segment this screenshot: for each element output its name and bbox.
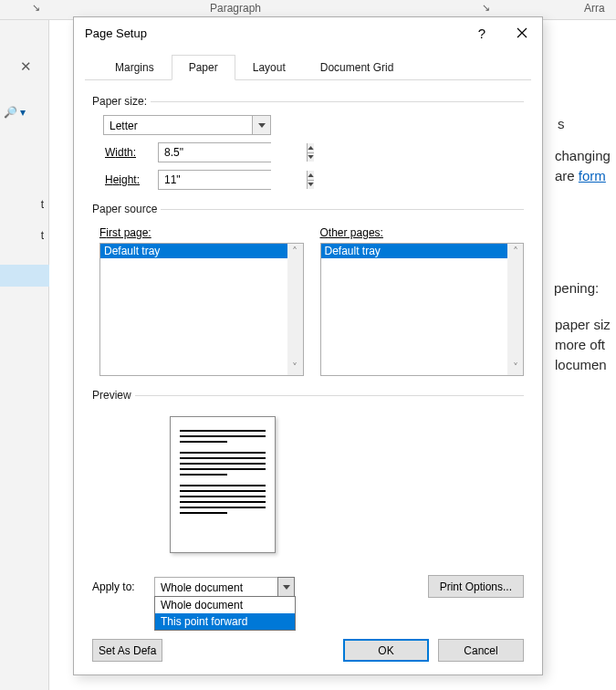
nav-item-2[interactable]: t	[0, 225, 49, 246]
paper-source-label: Paper source	[89, 203, 161, 215]
apply-to-dropdown[interactable]: Whole document This point forward	[154, 596, 296, 631]
group-paper-source: Paper source First page: Default tray ˄ …	[92, 203, 524, 380]
dropdown-option[interactable]: This point forward	[155, 613, 295, 630]
doc-text: changing	[555, 148, 611, 163]
left-pane: ✕ 🔎 ▾ t t	[0, 20, 49, 690]
page-setup-dialog: Page Setup ? Margins Paper Layout Docume…	[73, 16, 543, 675]
tab-paper[interactable]: Paper	[172, 55, 235, 80]
spin-down-icon[interactable]	[308, 181, 314, 190]
dropdown-option[interactable]: Whole document	[155, 597, 295, 613]
print-options-button[interactable]: Print Options...	[428, 575, 524, 598]
height-spinner[interactable]	[158, 170, 271, 190]
scroll-up-icon[interactable]: ˄	[287, 244, 303, 259]
close-button[interactable]	[502, 18, 542, 47]
page-preview-icon	[170, 416, 276, 553]
cancel-button[interactable]: Cancel	[438, 639, 524, 662]
doc-text: more oft	[555, 337, 605, 352]
scroll-down-icon[interactable]: ˅	[507, 360, 523, 375]
chevron-down-icon[interactable]	[277, 577, 295, 597]
spin-up-icon[interactable]	[308, 171, 314, 181]
doc-text: locumen	[555, 357, 607, 372]
tab-margins[interactable]: Margins	[98, 55, 172, 80]
height-label: Height:	[103, 173, 158, 186]
dialog-title: Page Setup	[85, 26, 462, 40]
nav-item-active[interactable]	[0, 265, 49, 287]
dialog-titlebar: Page Setup ?	[74, 17, 542, 48]
apply-to-value: Whole document	[155, 578, 277, 596]
list-item[interactable]: Default tray	[321, 244, 508, 258]
ribbon-group-arrange: Arra	[584, 2, 605, 15]
close-pane-icon[interactable]: ✕	[20, 58, 32, 75]
apply-to-label: Apply to:	[92, 580, 154, 593]
ok-button[interactable]: OK	[343, 639, 429, 662]
group-paper-size: Paper size: Letter Width:	[92, 95, 524, 193]
first-page-listbox[interactable]: Default tray ˄ ˅	[99, 243, 304, 376]
first-page-label: First page:	[99, 226, 304, 239]
width-input[interactable]	[159, 143, 307, 162]
other-pages-label: Other pages:	[320, 226, 525, 239]
tab-layout[interactable]: Layout	[235, 55, 303, 80]
scroll-down-icon[interactable]: ˅	[287, 360, 303, 375]
width-spinner[interactable]	[158, 142, 271, 162]
apply-to-combo[interactable]: Whole document	[154, 577, 295, 597]
ribbon-group-paragraph: Paragraph	[210, 2, 261, 15]
doc-link-format[interactable]: form	[579, 168, 606, 183]
chevron-down-icon[interactable]	[252, 116, 270, 134]
list-item[interactable]: Default tray	[100, 244, 287, 258]
paper-size-combo[interactable]: Letter	[103, 115, 271, 135]
scroll-up-icon[interactable]: ˄	[507, 244, 523, 259]
scrollbar[interactable]: ˄ ˅	[287, 244, 303, 375]
preview-label: Preview	[89, 389, 135, 402]
tab-strip: Margins Paper Layout Document Grid	[85, 54, 531, 80]
paper-size-value: Letter	[104, 116, 252, 134]
search-icon[interactable]: 🔎 ▾	[4, 106, 26, 119]
other-pages-listbox[interactable]: Default tray ˄ ˅	[320, 243, 525, 376]
spin-up-icon[interactable]	[308, 143, 314, 153]
dialog-launcher-icon[interactable]: ↘	[29, 2, 42, 15]
doc-text: are form	[555, 168, 606, 183]
doc-text: pening:	[554, 280, 599, 296]
nav-item-1[interactable]: t	[0, 193, 49, 215]
dialog-launcher-icon[interactable]: ↘	[479, 2, 492, 15]
scrollbar[interactable]: ˄ ˅	[507, 244, 523, 375]
close-icon	[517, 27, 527, 38]
set-as-default-button[interactable]: Set As Defa	[92, 639, 162, 662]
spin-down-icon[interactable]	[308, 153, 314, 162]
group-preview: Preview	[92, 389, 524, 557]
tab-document-grid[interactable]: Document Grid	[303, 55, 412, 80]
help-button[interactable]: ?	[462, 18, 502, 47]
height-input[interactable]	[159, 171, 307, 189]
doc-text: s	[558, 116, 565, 131]
width-label: Width:	[103, 146, 158, 159]
paper-size-label: Paper size:	[89, 95, 151, 108]
doc-text: paper siz	[555, 317, 611, 332]
